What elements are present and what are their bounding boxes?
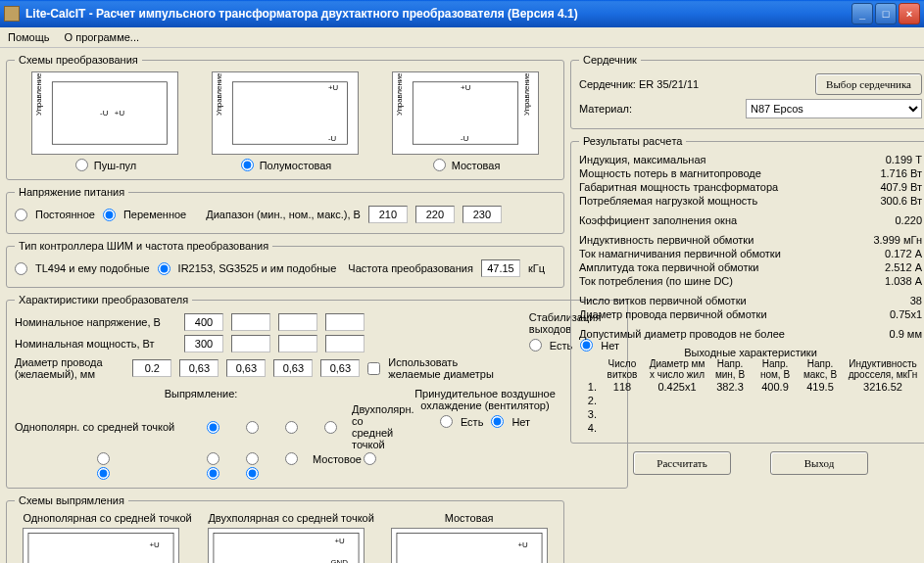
nom-voltage-input-1[interactable]	[184, 313, 223, 331]
output-legend: Выходные характеристики	[579, 347, 922, 358]
scheme-halfbridge-radio[interactable]	[241, 159, 254, 171]
svg-text:+U: +U	[461, 83, 471, 92]
nom-power-input-1[interactable]	[184, 335, 223, 352]
rect-r2-c3[interactable]	[246, 452, 259, 465]
wire-dia-input-2[interactable]	[226, 359, 266, 377]
rect-r2-c2[interactable]	[207, 452, 219, 465]
rect-r1-c3[interactable]	[285, 421, 298, 434]
use-wanted-checkbox[interactable]	[367, 362, 380, 375]
menu-about[interactable]: О программе...	[65, 31, 139, 43]
cool-legend: Принудительное воздушное охлаждение (вен…	[407, 388, 563, 411]
supply-group: Напряжение питания Постоянное Переменное…	[6, 186, 564, 234]
stab-yes-label: Есть	[550, 340, 572, 352]
scheme-pushpull-label: Пуш-пул	[94, 160, 137, 171]
pwm-freq-input[interactable]	[481, 259, 520, 277]
res-r6-value: 3.999 мГн	[873, 234, 922, 246]
rect-r1-c1[interactable]	[207, 421, 219, 434]
core-label: Сердечник:	[579, 78, 636, 90]
nom-power-input-4[interactable]	[325, 335, 365, 352]
res-r8-value: 2.512 А	[885, 261, 922, 273]
pwm-ir2153-radio[interactable]	[158, 262, 170, 275]
supply-range-label: Диапазон (мин., ном., макс.), В	[206, 209, 361, 220]
svg-text:+U: +U	[517, 540, 528, 549]
maximize-button[interactable]: □	[875, 3, 897, 24]
res-r11-label: Диаметр провода первичной обмотки	[579, 308, 767, 320]
supply-alt-radio[interactable]	[103, 209, 116, 221]
nom-voltage-input-2[interactable]	[231, 313, 270, 331]
rect-r1-c2[interactable]	[246, 421, 259, 434]
nom-power-label: Номинальная мощность, Вт	[15, 338, 176, 350]
res-r12-label: Допустимый диаметр проводов не более	[579, 328, 785, 340]
wire-dia-input-3[interactable]	[273, 359, 313, 377]
output-row-4: 4.	[579, 421, 922, 435]
svg-text:-U   +U: -U +U	[100, 109, 124, 117]
close-button[interactable]: ×	[899, 3, 920, 24]
results-legend: Результаты расчeта	[579, 135, 686, 147]
res-r5-value: 0.220	[895, 214, 922, 226]
svg-text:Управление: Управление	[522, 73, 531, 116]
rect-r2-c1[interactable]	[97, 452, 110, 465]
converter-legend: Характиристики преобразователя	[15, 294, 192, 305]
rect-r1-c4[interactable]	[324, 421, 337, 434]
res-r12-value: 0.9 мм	[890, 328, 922, 340]
scheme-fullbridge-diagram: УправлениеУправление+U-U	[392, 71, 539, 155]
res-r1-label: Индукция, максимальная	[579, 154, 705, 165]
wire-dia-input-4[interactable]	[320, 359, 360, 377]
supply-const-label: Постоянное	[35, 209, 95, 220]
rect-s1-label: Однополярная со средней точкой	[23, 512, 191, 524]
res-r4-value: 300.6 Вт	[880, 195, 922, 207]
output-row-3: 3.	[579, 407, 922, 421]
stab-yes-radio[interactable]	[529, 339, 542, 352]
nom-voltage-input-3[interactable]	[278, 313, 317, 331]
wire-dia-input-0[interactable]	[132, 359, 171, 377]
pwm-tl494-radio[interactable]	[15, 262, 27, 275]
svg-text:+U: +U	[328, 83, 339, 92]
res-r11-value: 0.75x1	[890, 308, 922, 320]
svg-text:+U: +U	[150, 540, 161, 549]
scheme-fullbridge-label: Мостовая	[452, 160, 501, 171]
rect-s2-label: Двухполярная со средней точкой	[208, 512, 373, 524]
pwm-group: Тип контроллера ШИМ и частота преобразов…	[6, 240, 564, 288]
res-r1-value: 0.199 Т	[886, 154, 922, 165]
res-r9-value: 1.038 А	[885, 275, 922, 287]
supply-legend: Напряжение питания	[15, 186, 128, 198]
minimize-button[interactable]: _	[851, 3, 873, 24]
nom-power-input-3[interactable]	[278, 335, 317, 352]
core-select-button[interactable]: Выбор сердечника	[815, 73, 922, 95]
res-r2-label: Мощность потерь в магнитопроводе	[579, 167, 761, 179]
cool-yes-radio[interactable]	[440, 415, 453, 428]
rect-r3-c2[interactable]	[97, 467, 110, 480]
supply-vmin-input[interactable]	[368, 206, 408, 223]
res-r2-value: 1.716 Вт	[880, 167, 922, 179]
schemes-group: Схемы преобразования Управление-U +U Пуш…	[6, 54, 564, 180]
pwm-legend: Тип контроллера ШИМ и частота преобразов…	[15, 240, 272, 252]
rect-r3-c1[interactable]	[364, 452, 376, 465]
rect-r3-c3[interactable]	[207, 467, 219, 480]
calculate-button[interactable]: Рассчитать	[633, 451, 731, 475]
svg-text:Управление: Управление	[395, 73, 404, 116]
scheme-fullbridge-radio[interactable]	[433, 159, 446, 171]
exit-button[interactable]: Выход	[770, 451, 868, 475]
res-r10-value: 38	[910, 295, 922, 306]
cool-no-radio[interactable]	[491, 415, 504, 428]
window-title: Lite-CalcIT - Расчет импульсного трансфо…	[25, 7, 578, 21]
material-select[interactable]: N87 Epcos	[746, 99, 922, 118]
rect-r3-c4[interactable]	[246, 467, 259, 480]
rect-r2-c4[interactable]	[285, 452, 298, 465]
supply-vnom-input[interactable]	[415, 206, 455, 223]
nom-voltage-input-4[interactable]	[325, 313, 365, 331]
menu-help[interactable]: Помощь	[8, 31, 50, 43]
wire-dia-input-1[interactable]	[179, 359, 219, 377]
scheme-pushpull-radio[interactable]	[75, 159, 88, 171]
svg-text:Управление: Управление	[34, 73, 43, 116]
output-header: Число витковДиаметр мм x число жилНапр. …	[579, 358, 922, 380]
svg-text:-U: -U	[328, 134, 337, 143]
rect-bipolar-label: Двухполярн. со средней точкой	[352, 403, 387, 450]
rect-schemes-legend: Схемы выпрямления	[15, 494, 128, 506]
supply-vmax-input[interactable]	[462, 206, 502, 223]
supply-const-radio[interactable]	[15, 209, 27, 221]
core-value: ER 35/21/11	[639, 78, 699, 90]
res-r4-label: Потребляемая нагрузкой мощность	[579, 195, 757, 207]
scheme-halfbridge-label: Полумостовая	[260, 160, 332, 171]
nom-power-input-2[interactable]	[231, 335, 270, 352]
